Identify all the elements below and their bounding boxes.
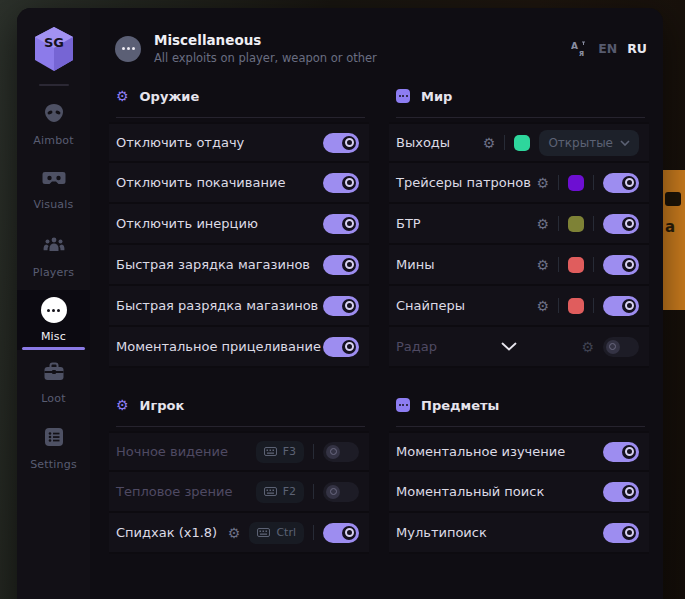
player-rows: Ночное видение F3 Тепловое зрение [109, 431, 369, 554]
gear-icon[interactable]: ⚙ [536, 217, 549, 231]
keyboard-icon [264, 487, 277, 496]
items-rows: Моментальное изучение Моментальный поиск… [389, 431, 649, 554]
section-title: Предметы [421, 398, 499, 413]
section-divider [116, 117, 365, 118]
no-sway-toggle[interactable] [323, 173, 359, 193]
sidebar-item-players[interactable]: Players [17, 224, 90, 290]
sidebar-item-label: Players [33, 266, 74, 279]
snipers-toggle[interactable] [603, 296, 639, 316]
tracers-color-swatch[interactable] [568, 175, 584, 191]
no-inertia-toggle[interactable] [323, 214, 359, 234]
btr-toggle[interactable] [603, 214, 639, 234]
section-items-header: Предметы [389, 394, 649, 416]
page-header: Miscellaneous All exploits on player, we… [109, 8, 649, 85]
lang-en-button[interactable]: EN [598, 41, 617, 56]
multisearch-toggle[interactable] [603, 523, 639, 543]
players-icon [42, 235, 66, 259]
sidebar-item-label: Loot [41, 392, 66, 405]
row-btr: БТР ⚙ [389, 204, 649, 245]
gear-icon[interactable]: ⚙ [581, 340, 594, 354]
sidebar-item-misc[interactable]: Misc [17, 290, 90, 350]
section-items: Предметы Моментальное изучение Моменталь… [389, 394, 649, 554]
speedhack-keybind[interactable]: Ctrl [249, 522, 304, 544]
world-rows: Выходы ⚙ Открытые Трейсеры патрон [389, 122, 649, 368]
weapon-rows: Отключить отдачу Отключить покачивание О… [109, 122, 369, 368]
items-icon [396, 398, 410, 412]
no-recoil-toggle[interactable] [323, 133, 359, 153]
alien-icon [43, 103, 65, 127]
row-radar: Радар ⚙ [389, 327, 649, 368]
thermal-vision-toggle[interactable] [323, 482, 359, 502]
row-fast-unload: Быстрая разрядка магазинов [109, 286, 369, 327]
chevron-down-icon[interactable] [501, 342, 517, 351]
btr-color-swatch[interactable] [568, 216, 584, 232]
lang-ru-button[interactable]: RU [627, 41, 647, 56]
section-divider [396, 117, 645, 118]
row-no-recoil: Отключить отдачу [109, 122, 369, 163]
row-instant-examine: Моментальное изучение [389, 431, 649, 472]
sidebar-item-visuals[interactable]: Visuals [17, 158, 90, 224]
row-fast-reload: Быстрая зарядка магазинов [109, 245, 369, 286]
exits-dropdown[interactable]: Открытые [539, 130, 639, 156]
row-speedhack: Спидхак (x1.8) ⚙ Ctrl [109, 513, 369, 554]
snipers-color-swatch[interactable] [568, 298, 584, 314]
row-exits: Выходы ⚙ Открытые [389, 122, 649, 163]
gear-icon[interactable]: ⚙ [228, 526, 241, 540]
row-instant-search: Моментальный поиск [389, 472, 649, 513]
radar-toggle[interactable] [603, 337, 639, 357]
row-night-vision: Ночное видение F3 [109, 431, 369, 472]
sidebar-item-label: Misc [41, 330, 66, 343]
page-titles: Miscellaneous All exploits on player, we… [154, 32, 377, 65]
section-world: Мир Выходы ⚙ Открытые [389, 85, 649, 368]
keyboard-icon [264, 447, 277, 456]
section-divider [116, 426, 365, 427]
page-subtitle: All exploits on player, weapon or other [154, 51, 377, 65]
row-thermal-vision: Тепловое зрение F2 [109, 472, 369, 513]
instant-search-toggle[interactable] [603, 482, 639, 502]
fast-reload-toggle[interactable] [323, 255, 359, 275]
row-mines: Мины ⚙ [389, 245, 649, 286]
translate-icon: Aя [571, 40, 588, 57]
mines-color-swatch[interactable] [568, 257, 584, 273]
tracers-toggle[interactable] [603, 173, 639, 193]
section-weapon: ⚙ Оружие Отключить отдачу Отключить пока… [109, 85, 369, 368]
section-player: ⚙ Игрок Ночное видение F3 [109, 394, 369, 554]
background-glyph [665, 192, 681, 206]
fast-unload-toggle[interactable] [323, 296, 359, 316]
row-no-sway: Отключить покачивание [109, 163, 369, 204]
section-title: Мир [421, 89, 452, 104]
instant-examine-toggle[interactable] [603, 442, 639, 462]
background-letter: а [665, 218, 675, 236]
gear-icon[interactable]: ⚙ [536, 258, 549, 272]
ellipsis-icon [41, 297, 67, 323]
chevron-down-icon [620, 140, 630, 146]
section-weapon-header: ⚙ Оружие [109, 85, 369, 107]
gear-icon[interactable]: ⚙ [536, 176, 549, 190]
thermal-vision-keybind[interactable]: F2 [256, 481, 304, 503]
mines-toggle[interactable] [603, 255, 639, 275]
sidebar-item-loot[interactable]: Loot [17, 350, 90, 416]
exits-color-swatch[interactable] [514, 135, 530, 151]
gear-icon[interactable]: ⚙ [483, 136, 496, 150]
vr-goggles-icon [42, 171, 66, 191]
row-instant-ads: Моментальное прицеливание [109, 327, 369, 368]
gear-icon[interactable]: ⚙ [536, 299, 549, 313]
app-logo: SG [31, 24, 77, 74]
svg-text:я: я [579, 49, 584, 57]
sidebar-item-settings[interactable]: Settings [17, 416, 90, 482]
night-vision-toggle[interactable] [323, 442, 359, 462]
app-window: SG Aimbot Visuals Players [17, 8, 663, 599]
gear-icon: ⚙ [116, 89, 129, 103]
main-content: Miscellaneous All exploits on player, we… [90, 8, 663, 599]
sections-grid: ⚙ Оружие Отключить отдачу Отключить пока… [109, 85, 649, 554]
speedhack-toggle[interactable] [323, 523, 359, 543]
sidebar-nav: Aimbot Visuals Players Misc [17, 92, 90, 482]
briefcase-icon [43, 362, 65, 385]
night-vision-keybind[interactable]: F3 [256, 441, 304, 463]
section-player-header: ⚙ Игрок [109, 394, 369, 416]
sidebar-item-aimbot[interactable]: Aimbot [17, 92, 90, 158]
sidebar-item-label: Aimbot [33, 134, 74, 147]
row-tracers: Трейсеры патронов ⚙ [389, 163, 649, 204]
instant-ads-toggle[interactable] [323, 337, 359, 357]
page-title: Miscellaneous [154, 32, 377, 48]
